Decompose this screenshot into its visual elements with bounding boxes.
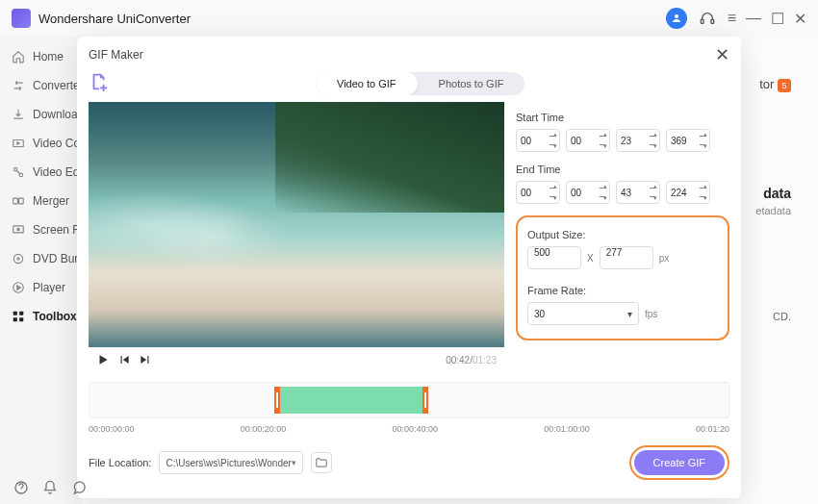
tab-video-to-gif[interactable]: Video to GIF xyxy=(316,72,418,95)
timeline-track[interactable] xyxy=(89,382,729,418)
add-file-icon[interactable] xyxy=(89,71,110,96)
end-ss[interactable]: 43▴▾ xyxy=(616,181,660,204)
sidebar-item-editor[interactable]: Video Editor xyxy=(0,158,82,187)
sidebar-item-label: Downloader xyxy=(33,108,82,121)
menu-icon[interactable]: ≡ xyxy=(728,10,736,27)
sidebar-item-label: Player xyxy=(33,281,65,294)
svg-point-9 xyxy=(17,228,19,230)
sidebar-item-label: DVD Burner xyxy=(33,252,82,265)
output-size-label: Output Size: xyxy=(527,229,718,240)
frame-rate-select[interactable]: 30 xyxy=(527,302,639,325)
svg-point-0 xyxy=(675,14,678,18)
create-gif-button[interactable]: Create GIF xyxy=(634,450,725,475)
svg-point-10 xyxy=(13,254,22,263)
start-ss[interactable]: 23▴▾ xyxy=(616,129,660,152)
sidebar-item-compressor[interactable]: Video Compressor xyxy=(0,129,82,158)
notifications-icon[interactable] xyxy=(42,480,58,499)
sidebar-item-home[interactable]: Home xyxy=(0,42,82,71)
video-preview[interactable] xyxy=(89,102,504,347)
sidebar-item-label: Home xyxy=(33,50,64,63)
sidebar-item-label: Video Compressor xyxy=(33,137,82,150)
start-hh[interactable]: 00▴▾ xyxy=(516,129,560,152)
minimize-icon[interactable]: — xyxy=(746,10,761,27)
timeline-ruler: 00:00:00:0000:00:20:0000:00:40:0000:01:0… xyxy=(89,424,729,434)
feedback-icon[interactable] xyxy=(71,480,87,499)
end-time-label: End Time xyxy=(516,164,729,175)
tab-photos-to-gif[interactable]: Photos to GIF xyxy=(418,72,525,95)
sidebar-item-label: Toolbox xyxy=(33,310,77,323)
obscured-text: tor 5 xyxy=(759,77,791,92)
app-logo xyxy=(12,9,31,28)
end-mm[interactable]: 00▴▾ xyxy=(566,181,610,204)
svg-rect-15 xyxy=(13,317,17,321)
close-window-icon[interactable]: ✕ xyxy=(794,10,806,28)
sidebar-item-label: Screen Recorder xyxy=(33,223,82,237)
app-title: Wondershare UniConverter xyxy=(38,12,191,26)
sidebar-item-player[interactable]: Player xyxy=(0,273,82,302)
frame-rate-label: Frame Rate: xyxy=(527,285,718,296)
svg-rect-14 xyxy=(19,312,23,315)
svg-rect-16 xyxy=(19,317,23,321)
help-icon[interactable] xyxy=(13,480,29,499)
svg-rect-2 xyxy=(711,19,714,23)
sidebar-item-label: Converter xyxy=(33,79,82,92)
sidebar-item-toolbox[interactable]: Toolbox xyxy=(0,302,82,331)
start-ms[interactable]: 369▴▾ xyxy=(666,129,710,152)
sidebar-item-downloader[interactable]: Downloader xyxy=(0,100,82,129)
close-icon[interactable]: ✕ xyxy=(715,44,729,65)
file-location-select[interactable]: C:\Users\ws\Pictures\Wonders▾ xyxy=(159,451,303,474)
start-time-label: Start Time xyxy=(516,112,729,123)
sidebar-item-recorder[interactable]: Screen Recorder xyxy=(0,215,82,244)
playback-time: 00:42/01:23 xyxy=(446,355,497,365)
next-frame-icon[interactable] xyxy=(139,353,152,366)
obscured-text: data xyxy=(763,186,791,201)
mode-tabs: Video to GIF Photos to GIF xyxy=(316,72,524,95)
sidebar-item-label: Video Editor xyxy=(33,165,82,179)
svg-rect-6 xyxy=(13,198,18,204)
modal-title: GIF Maker xyxy=(89,48,143,62)
end-ms[interactable]: 224▴▾ xyxy=(666,181,710,204)
user-icon[interactable] xyxy=(666,8,687,29)
play-icon[interactable] xyxy=(96,353,110,366)
px-unit: px xyxy=(659,253,670,264)
dimension-separator: X xyxy=(587,253,594,264)
timeline[interactable]: 00:00:00:0000:00:20:0000:00:40:0000:01:0… xyxy=(89,382,729,434)
fps-unit: fps xyxy=(645,309,657,319)
sidebar-item-merger[interactable]: Merger xyxy=(0,187,82,215)
sidebar: Home Converter Downloader Video Compress… xyxy=(0,37,82,504)
svg-rect-7 xyxy=(19,198,24,204)
output-width-input[interactable]: 500 xyxy=(527,246,581,269)
selection-range[interactable] xyxy=(274,387,428,414)
obscured-text: etadata xyxy=(755,205,791,216)
sidebar-item-converter[interactable]: Converter xyxy=(0,71,82,100)
svg-rect-1 xyxy=(701,19,703,23)
open-folder-icon[interactable] xyxy=(311,452,332,473)
output-height-input[interactable]: 277 xyxy=(600,246,653,269)
gif-maker-modal: GIF Maker ✕ Video to GIF Photos to GIF 0… xyxy=(77,37,741,498)
obscured-text: CD. xyxy=(773,311,791,322)
maximize-icon[interactable]: ☐ xyxy=(771,10,784,28)
end-hh[interactable]: 00▴▾ xyxy=(516,181,560,204)
svg-point-11 xyxy=(17,258,19,260)
sidebar-item-label: Merger xyxy=(33,194,69,208)
file-location-label: File Location: xyxy=(89,457,151,468)
support-icon[interactable] xyxy=(697,8,718,29)
prev-frame-icon[interactable] xyxy=(117,353,131,366)
start-mm[interactable]: 00▴▾ xyxy=(566,129,610,152)
output-settings-group: Output Size: 500 X 277 px Frame Rate: 30… xyxy=(516,215,729,340)
svg-rect-13 xyxy=(13,312,17,315)
sidebar-item-dvd[interactable]: DVD Burner xyxy=(0,244,82,273)
